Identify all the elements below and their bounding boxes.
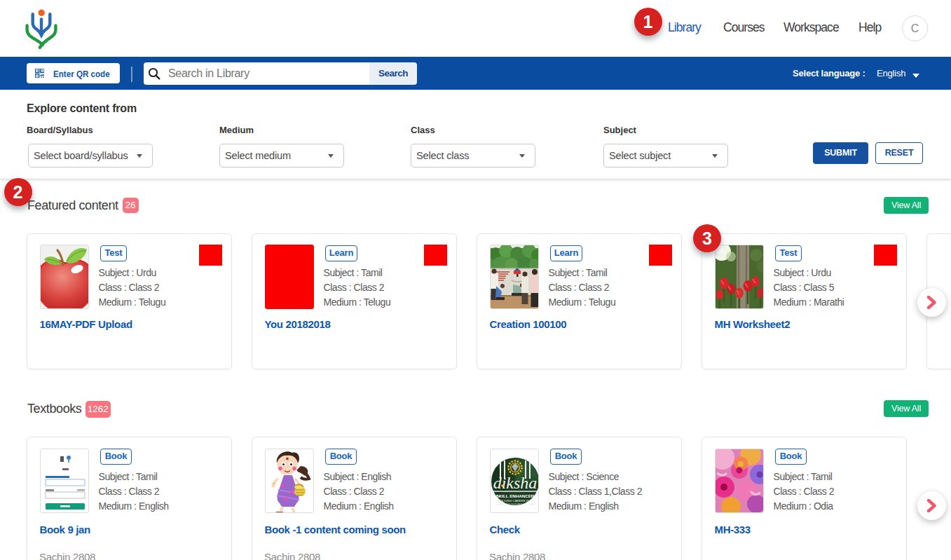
- svg-text:diksha: diksha: [493, 474, 538, 492]
- svg-text:OPENING DOORS TO JOB: OPENING DOORS TO JOB: [496, 503, 535, 506]
- svg-text:SKILL ENHANCER: SKILL ENHANCER: [496, 493, 535, 498]
